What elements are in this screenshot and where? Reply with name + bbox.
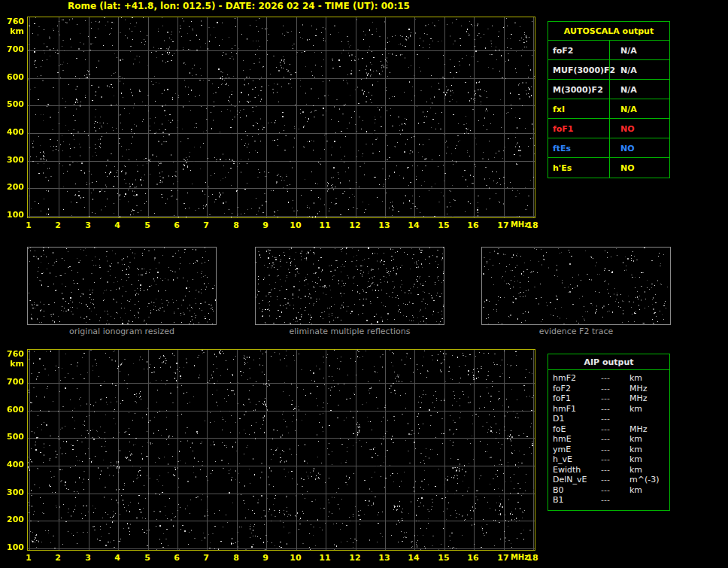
main-y-tick-label: 300 bbox=[5, 155, 24, 165]
aip-x-tick-label: 3 bbox=[77, 553, 99, 563]
aip-parameter-name: B0 bbox=[553, 485, 601, 496]
main-y-tick-label: 700 bbox=[5, 44, 24, 54]
aip-parameter-unit: MHz bbox=[629, 384, 669, 394]
aip-y-tick-label: 100 bbox=[5, 542, 24, 552]
autoscala-row: h'EsNO bbox=[548, 158, 669, 178]
autoscala-parameter-value: N/A bbox=[610, 60, 669, 79]
main-x-tick-label: 15 bbox=[432, 220, 455, 230]
autoscala-row: fxIN/A bbox=[548, 99, 669, 119]
autoscala-output-table: AUTOSCALA output foF2N/AMUF(3000)F2N/AM(… bbox=[548, 21, 670, 178]
thumbnail-multiple-reflections bbox=[255, 247, 444, 325]
main-x-tick-label: 4 bbox=[106, 220, 129, 230]
main-y-tick-label: 100 bbox=[5, 210, 24, 220]
aip-parameter-name: D1 bbox=[553, 414, 601, 424]
aip-row: D1--- bbox=[553, 414, 669, 424]
aip-parameter-name: foE bbox=[553, 424, 601, 435]
main-x-tick-label: 16 bbox=[462, 220, 484, 230]
autoscala-row: M(3000)F2N/A bbox=[548, 80, 669, 99]
autoscala-parameter-name: h'Es bbox=[548, 158, 610, 178]
aip-parameter-unit: m^(-3) bbox=[629, 475, 669, 485]
aip-parameter-name: ymE bbox=[553, 445, 601, 455]
autoscala-table-body: foF2N/AMUF(3000)F2N/AM(3000)F2N/AfxIN/Af… bbox=[548, 41, 669, 178]
aip-parameter-unit: MHz bbox=[629, 393, 669, 404]
aip-x-tick-label: 2 bbox=[47, 553, 69, 563]
aip-parameter-value: --- bbox=[601, 475, 629, 485]
main-ionogram-plot bbox=[27, 17, 535, 218]
autoscala-parameter-value: NO bbox=[610, 158, 669, 178]
autoscala-parameter-value: N/A bbox=[610, 99, 669, 118]
aip-parameter-value: --- bbox=[601, 495, 629, 506]
aip-table-body: hmF2---kmfoF2---MHzfoF1---MHzhmF1---kmD1… bbox=[548, 370, 669, 506]
main-x-tick-label: 14 bbox=[402, 220, 425, 230]
aip-x-tick-label: 10 bbox=[284, 553, 307, 563]
aip-x-tick-label: 5 bbox=[136, 553, 159, 563]
aip-parameter-unit: km bbox=[629, 465, 669, 475]
aip-y-axis-max-label: 760 bbox=[5, 349, 24, 359]
aip-parameter-unit bbox=[629, 495, 669, 506]
thumbnail-original-ionogram bbox=[27, 247, 217, 325]
thumbnail-f2-trace bbox=[481, 247, 671, 325]
main-x-tick-label: 11 bbox=[314, 220, 336, 230]
aip-table-title: AIP output bbox=[548, 354, 669, 370]
aip-parameter-unit: km bbox=[629, 434, 669, 445]
aip-output-table: AIP output hmF2---kmfoF2---MHzfoF1---MHz… bbox=[548, 354, 670, 511]
aip-parameter-value: --- bbox=[601, 424, 629, 435]
aip-y-tick-label: 500 bbox=[5, 432, 24, 442]
aip-parameter-unit: km bbox=[629, 485, 669, 496]
aip-parameter-name: h_vE bbox=[553, 454, 601, 465]
aip-parameter-unit: km bbox=[629, 373, 669, 384]
aip-parameter-value: --- bbox=[601, 434, 629, 445]
autoscala-row: ftEsNO bbox=[548, 138, 669, 158]
autoscala-parameter-name: M(3000)F2 bbox=[548, 80, 610, 99]
autoscala-row: MUF(3000)F2N/A bbox=[548, 60, 669, 80]
aip-row: foF2---MHz bbox=[553, 384, 669, 394]
aip-parameter-name: hmE bbox=[553, 434, 601, 445]
aip-y-tick-label: 600 bbox=[5, 405, 24, 415]
aip-row: foF1---MHz bbox=[553, 393, 669, 404]
aip-parameter-name: foF2 bbox=[553, 384, 601, 394]
aip-row: Ewidth---km bbox=[553, 465, 669, 475]
aip-parameter-value: --- bbox=[601, 384, 629, 394]
autoscala-row: foF2N/A bbox=[548, 41, 669, 60]
aip-row: h_vE---km bbox=[553, 454, 669, 465]
aip-x-tick-label: 15 bbox=[432, 553, 455, 563]
aip-x-tick-label: 16 bbox=[462, 553, 484, 563]
aip-row: foE---MHz bbox=[553, 424, 669, 435]
aip-parameter-unit: MHz bbox=[629, 424, 669, 435]
aip-x-tick-label: 7 bbox=[195, 553, 217, 563]
autoscala-parameter-name: MUF(3000)F2 bbox=[548, 60, 610, 79]
main-x-tick-label: 6 bbox=[165, 220, 188, 230]
autoscala-parameter-name: ftEs bbox=[548, 138, 610, 157]
aip-parameter-name: DelN_vE bbox=[553, 475, 601, 485]
aip-parameter-unit: km bbox=[629, 445, 669, 455]
aip-parameter-name: B1 bbox=[553, 495, 601, 506]
main-y-axis-unit-label: km bbox=[5, 26, 24, 36]
aip-row: B1--- bbox=[553, 495, 669, 506]
aip-y-tick-label: 300 bbox=[5, 488, 24, 497]
aip-parameter-value: --- bbox=[601, 485, 629, 496]
aip-parameter-value: --- bbox=[601, 393, 629, 404]
aip-row: hmF1---km bbox=[553, 404, 669, 415]
main-x-tick-label: 5 bbox=[136, 220, 159, 230]
aip-parameter-name: Ewidth bbox=[553, 465, 601, 475]
aip-y-tick-label: 200 bbox=[5, 515, 24, 524]
thumbnail-f2-trace-canvas bbox=[482, 248, 670, 324]
autoscala-parameter-name: fxI bbox=[548, 99, 610, 118]
aip-parameter-value: --- bbox=[601, 373, 629, 384]
aip-x-axis-unit-label: MHz bbox=[508, 552, 531, 562]
main-x-axis-unit-label: MHz bbox=[508, 220, 531, 229]
station-date-time-title: Rome (lat: +41.8, lon: 012.5) - DATE: 20… bbox=[68, 1, 410, 11]
aip-ionogram-canvas bbox=[28, 350, 535, 550]
aip-x-tick-label: 1 bbox=[17, 553, 40, 563]
autoscala-parameter-value: NO bbox=[610, 119, 669, 138]
thumbnail-multiple-reflections-canvas bbox=[256, 248, 444, 324]
main-y-axis-max-label: 760 bbox=[5, 17, 24, 26]
autoscala-table-title: AUTOSCALA output bbox=[548, 22, 669, 41]
thumbnail-original-canvas bbox=[28, 248, 216, 324]
aip-x-tick-label: 9 bbox=[254, 553, 277, 563]
aip-parameter-name: hmF2 bbox=[553, 373, 601, 384]
thumbnail-caption-multiple-reflections: eliminate multiple reflections bbox=[255, 327, 444, 336]
main-x-tick-label: 2 bbox=[47, 220, 69, 230]
autoscala-output-window: Rome (lat: +41.8, lon: 012.5) - DATE: 20… bbox=[0, 0, 728, 568]
main-x-tick-label: 8 bbox=[225, 220, 247, 230]
